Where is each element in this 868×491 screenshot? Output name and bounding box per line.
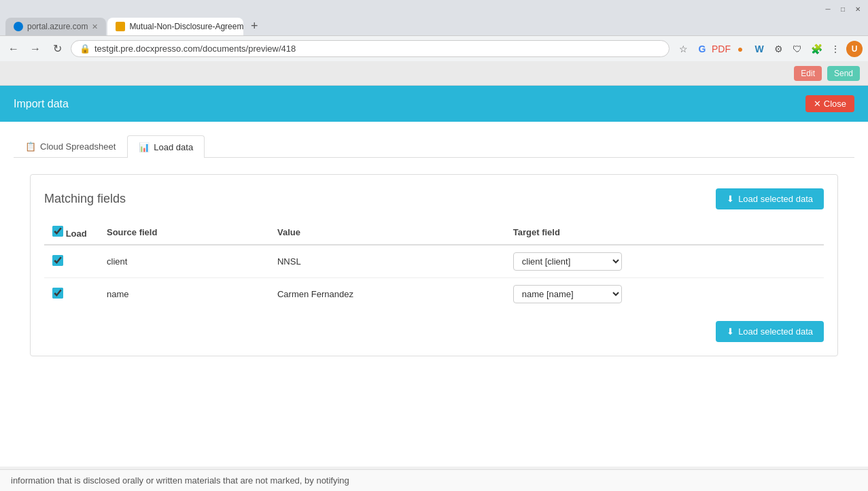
tab1-label: portal.azure.com (27, 22, 88, 31)
browser-tabs: portal.azure.com ✕ Mutual-Non-Disclosure… (5, 16, 863, 35)
matching-title: Matching fields (44, 192, 126, 206)
table-row: client NNSL client [client] name [name] (44, 245, 824, 278)
tab-load-data[interactable]: 📊 Load data (127, 135, 205, 158)
row1-value: NNSL (269, 245, 505, 278)
row1-checkbox[interactable] (52, 255, 63, 266)
row2-target-select[interactable]: client [client] name [name] (513, 285, 622, 303)
send-button[interactable]: Send (827, 66, 860, 81)
table-body: client NNSL client [client] name [name] (44, 245, 824, 310)
doc-icon (116, 22, 125, 31)
lock-icon: 🔒 (80, 44, 90, 54)
address-text: testgit.pre.docxpresso.com/documents/pre… (94, 44, 296, 54)
load-selected-data-top-button[interactable]: ⬇ Load selected data (716, 188, 824, 209)
modal-close-button[interactable]: ✕ Close (805, 95, 854, 112)
user-avatar[interactable]: U (846, 41, 863, 57)
browser-titlebar: ─ □ ✕ (5, 4, 863, 14)
maximize-button[interactable]: □ (838, 4, 848, 14)
modal-body: 📋 Cloud Spreadsheet 📊 Load data Matching… (0, 122, 868, 386)
modal-title: Import data (14, 98, 69, 110)
back-button[interactable]: ← (5, 41, 22, 57)
bottom-load-row: ⬇ Load selected data (44, 321, 824, 342)
menu-icon[interactable]: ⋮ (827, 41, 844, 57)
address-bar[interactable]: 🔒 testgit.pre.docxpresso.com/documents/p… (71, 40, 670, 57)
row1-target-select[interactable]: client [client] name [name] (513, 252, 622, 271)
tab-cloud-spreadsheet[interactable]: 📋 Cloud Spreadsheet (14, 135, 127, 157)
modal-header: Import data ✕ Close (0, 86, 868, 122)
g-icon[interactable]: G (694, 41, 710, 57)
row2-source-field: name (99, 278, 269, 311)
forward-button[interactable]: → (27, 41, 44, 57)
shield-icon[interactable]: 🛡 (789, 41, 805, 57)
row1-source-field: client (99, 245, 269, 278)
close-button[interactable]: ✕ (853, 4, 863, 14)
content-area: Matching fields ⬇ Load selected data Loa… (14, 158, 854, 373)
load-selected-data-bottom-button[interactable]: ⬇ Load selected data (716, 321, 824, 342)
table-header: Load Source field Value Target field (44, 220, 824, 245)
new-tab-button[interactable]: + (245, 16, 264, 35)
table-header-row: Load Source field Value Target field (44, 220, 824, 245)
tab1-close[interactable]: ✕ (92, 22, 98, 31)
edit-button[interactable]: Edit (794, 66, 822, 81)
w-icon[interactable]: W (751, 41, 767, 57)
select-all-checkbox[interactable] (52, 226, 63, 237)
extension-icon[interactable]: 🧩 (808, 41, 824, 57)
row2-target-field-cell: client [client] name [name] (505, 278, 824, 311)
settings-icon[interactable]: ⚙ (770, 41, 786, 57)
col-target-field: Target field (505, 220, 824, 245)
tab-cloud-spreadsheet-label: Cloud Spreadsheet (40, 141, 116, 152)
browser-chrome: ─ □ ✕ portal.azure.com ✕ Mutual-Non-Disc… (0, 0, 868, 35)
matching-header: Matching fields ⬇ Load selected data (44, 188, 824, 209)
browser-toolbar: ← → ↻ 🔒 testgit.pre.docxpresso.com/docum… (0, 35, 868, 61)
minimize-button[interactable]: ─ (823, 4, 833, 14)
col-load: Load (44, 220, 99, 245)
toolbar-icons: ☆ G PDF ● W ⚙ 🛡 🧩 ⋮ U (675, 41, 863, 57)
matching-fields-table: Load Source field Value Target field (44, 220, 824, 310)
table-row: name Carmen Fernandez client [client] na… (44, 278, 824, 311)
chrome-icon[interactable]: ● (732, 41, 748, 57)
tab-load-data-label: Load data (154, 142, 193, 152)
row2-value: Carmen Fernandez (269, 278, 505, 311)
pdf-icon[interactable]: PDF (713, 41, 729, 57)
row1-target-field-cell: client [client] name [name] (505, 245, 824, 278)
load-data-icon: 📊 (139, 142, 150, 152)
col-value: Value (269, 220, 505, 245)
browser-tab-2[interactable]: Mutual-Non-Disclosure-Agreem... ✕ (107, 18, 243, 35)
cloud-spreadsheet-icon: 📋 (25, 141, 36, 152)
bookmark-star-icon[interactable]: ☆ (675, 41, 691, 57)
matching-section: Matching fields ⬇ Load selected data Loa… (30, 174, 838, 356)
app-topbar: Edit Send (0, 61, 868, 86)
tab2-label: Mutual-Non-Disclosure-Agreem... (129, 22, 243, 31)
azure-icon (14, 22, 23, 31)
row2-load-cell (44, 278, 99, 311)
modal-tabs: 📋 Cloud Spreadsheet 📊 Load data (14, 135, 854, 158)
row1-load-cell (44, 245, 99, 278)
browser-tab-1[interactable]: portal.azure.com ✕ (5, 18, 106, 35)
import-data-modal: Import data ✕ Close 📋 Cloud Spreadsheet … (0, 86, 868, 467)
window-controls: ─ □ ✕ (823, 4, 863, 14)
row2-checkbox[interactable] (52, 288, 63, 299)
download-icon-bottom: ⬇ (727, 326, 734, 337)
download-icon-top: ⬇ (727, 194, 734, 204)
col-source-field: Source field (99, 220, 269, 245)
refresh-button[interactable]: ↻ (49, 41, 65, 57)
